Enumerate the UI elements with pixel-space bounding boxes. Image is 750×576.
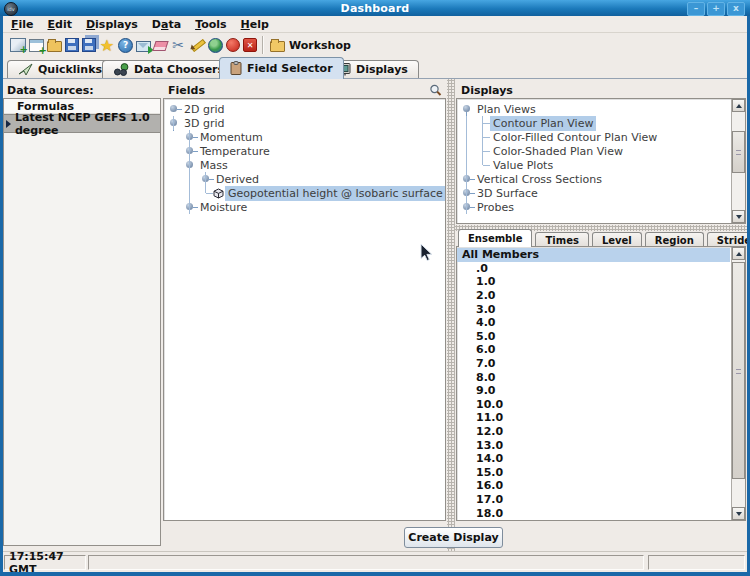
scroll-up-button[interactable] <box>732 99 745 112</box>
list-item[interactable]: 2.0 <box>457 289 730 303</box>
list-item[interactable]: 4.0 <box>457 316 730 330</box>
tree-expand-handle[interactable] <box>184 130 197 144</box>
scroll-up-button[interactable] <box>732 247 745 260</box>
tree-expand-handle[interactable] <box>477 130 490 144</box>
subset-tab[interactable]: Stride <box>707 232 750 247</box>
tree-expand-handle[interactable] <box>184 144 197 158</box>
menu-help[interactable]: Help <box>241 18 269 31</box>
list-item[interactable]: .0 <box>457 262 730 276</box>
support-message-icon[interactable] <box>136 41 151 52</box>
tree-item[interactable]: Vertical Cross Sections <box>457 172 745 186</box>
scroll-down-button[interactable] <box>732 210 745 223</box>
menu-edit[interactable]: Edit <box>48 18 72 31</box>
tree-item[interactable]: Probes <box>457 200 745 214</box>
scrollbar-thumb[interactable] <box>732 262 745 479</box>
tree-item[interactable]: Color-Filled Contour Plan View <box>457 130 745 144</box>
minimize-button[interactable]: – <box>687 2 705 16</box>
help-icon[interactable]: ? <box>118 38 133 53</box>
list-item[interactable]: 10.0 <box>457 398 730 412</box>
edit-pencil-icon[interactable] <box>189 37 205 53</box>
tree-expand-handle[interactable] <box>477 116 490 130</box>
record-icon[interactable] <box>226 38 240 52</box>
tab-data-choosers[interactable]: Data Choosers <box>102 60 235 78</box>
menu-displays[interactable]: Displays <box>86 18 138 31</box>
tree-item[interactable]: Mass <box>164 158 445 172</box>
tree-expand-handle[interactable] <box>477 144 490 158</box>
tree-expand-handle[interactable] <box>168 116 181 130</box>
list-item[interactable]: 17.0 <box>457 493 730 507</box>
subset-tab[interactable]: Level <box>592 232 642 247</box>
new-window-icon[interactable] <box>29 39 44 52</box>
tree-expand-handle[interactable] <box>184 200 197 214</box>
list-item[interactable]: All Members <box>457 248 730 262</box>
favorites-star-icon[interactable]: ★ <box>99 37 115 53</box>
tree-item[interactable]: 3D grid <box>164 116 445 130</box>
open-folder-icon[interactable] <box>47 41 62 52</box>
tree-guide-line <box>466 130 467 144</box>
ensemble-list-scrollbar[interactable] <box>731 247 745 520</box>
save-copy-icon[interactable] <box>82 38 96 52</box>
tree-expand-handle[interactable] <box>477 158 490 172</box>
list-item[interactable]: 16.0 <box>457 479 730 493</box>
list-item[interactable]: 5.0 <box>457 330 730 344</box>
tree-expand-handle[interactable] <box>461 102 474 116</box>
tree-expand-handle[interactable] <box>184 158 197 172</box>
list-item[interactable]: 18.0 <box>457 506 730 520</box>
displays-tree: Plan Views Contour Plan View Color-Fille… <box>456 98 746 224</box>
list-item[interactable]: 9.0 <box>457 384 730 398</box>
tree-expand-handle[interactable] <box>200 172 213 186</box>
list-item[interactable]: 12.0 <box>457 425 730 439</box>
vertical-splitter[interactable] <box>447 79 455 553</box>
tree-item[interactable]: Geopotential height @ Isobaric surface <box>164 186 445 200</box>
workshop-button[interactable]: Workshop <box>270 39 351 52</box>
globe-icon[interactable] <box>208 38 223 53</box>
data-source-item[interactable]: Latest NCEP GEFS 1.0 degree <box>4 114 160 133</box>
tree-expand-handle[interactable] <box>168 102 181 116</box>
tree-expand-handle[interactable] <box>461 186 474 200</box>
tree-item[interactable]: 2D grid <box>164 102 445 116</box>
displays-tree-scrollbar[interactable] <box>731 99 745 223</box>
scrollbar-thumb[interactable] <box>732 131 745 173</box>
menu-tools[interactable]: Tools <box>195 18 226 31</box>
maximize-button[interactable]: + <box>707 2 725 16</box>
list-item[interactable]: 7.0 <box>457 357 730 371</box>
subset-tab[interactable]: Ensemble <box>458 229 532 247</box>
dashboard-window: idv Dashboard –+x FileEditDisplaysDataTo… <box>0 0 750 576</box>
tab-field-selector[interactable]: Field Selector <box>219 57 344 79</box>
tree-expand-handle[interactable] <box>461 200 474 214</box>
title-bar[interactable]: idv Dashboard –+x <box>0 0 750 16</box>
tree-item[interactable]: Value Plots <box>457 158 745 172</box>
tree-item[interactable]: Color-Shaded Plan View <box>457 144 745 158</box>
tree-item[interactable]: 3D Surface <box>457 186 745 200</box>
menu-data[interactable]: Data <box>152 18 181 31</box>
list-item[interactable]: 6.0 <box>457 343 730 357</box>
eraser-icon[interactable] <box>152 41 168 51</box>
tree-item[interactable]: Moisture <box>164 200 445 214</box>
list-item[interactable]: 8.0 <box>457 370 730 384</box>
save-icon[interactable] <box>65 38 79 52</box>
tree-expand-handle[interactable] <box>461 172 474 186</box>
exit-icon[interactable]: ✕ <box>243 38 257 52</box>
list-item[interactable]: 3.0 <box>457 302 730 316</box>
tree-guide-line <box>189 144 190 158</box>
subset-tab[interactable]: Region <box>645 232 704 247</box>
list-item[interactable]: 15.0 <box>457 466 730 480</box>
list-item[interactable]: 11.0 <box>457 411 730 425</box>
list-item[interactable]: 14.0 <box>457 452 730 466</box>
list-item[interactable]: 13.0 <box>457 438 730 452</box>
scroll-down-button[interactable] <box>732 507 745 520</box>
new-display-icon[interactable] <box>10 38 26 52</box>
create-display-button[interactable]: Create Display <box>404 527 503 548</box>
cut-scissors-icon[interactable]: ✂ <box>170 37 186 53</box>
tree-expand-handle[interactable] <box>200 186 213 200</box>
tree-item[interactable]: Momentum <box>164 130 445 144</box>
tree-item[interactable]: Temperature <box>164 144 445 158</box>
menu-file[interactable]: File <box>11 18 34 31</box>
tab-quicklinks[interactable]: Quicklinks <box>7 60 113 78</box>
tree-item[interactable]: Derived <box>164 172 445 186</box>
tree-item[interactable]: Plan Views <box>457 102 745 116</box>
tree-item[interactable]: Contour Plan View <box>457 116 745 130</box>
subset-tab[interactable]: Times <box>535 232 588 247</box>
list-item[interactable]: 1.0 <box>457 275 730 289</box>
close-button[interactable]: x <box>727 2 745 16</box>
